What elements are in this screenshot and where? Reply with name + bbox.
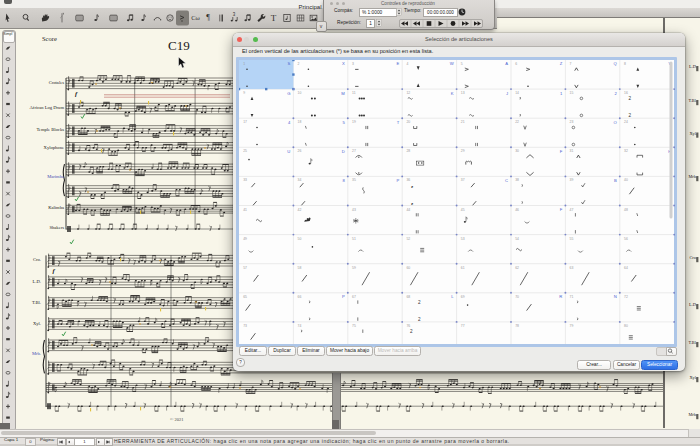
svg-text:62: 62 [515,266,519,270]
svg-text:R: R [559,294,562,299]
svg-text:60: 60 [406,266,410,270]
svg-text:70: 70 [515,295,519,299]
svg-text:54: 54 [515,237,519,241]
svg-text:11: 11 [352,91,356,95]
svg-text:M: M [341,91,345,96]
svg-text:37: 37 [461,178,465,182]
svg-text:42: 42 [297,208,301,212]
svg-text:33: 33 [243,178,247,182]
svg-text:2: 2 [628,96,631,101]
svg-text:76: 76 [406,324,410,328]
svg-text:N: N [614,294,617,299]
svg-text:J: J [506,91,508,96]
svg-text:L: L [451,294,454,299]
svg-text:36: 36 [406,178,410,182]
svg-text:29: 29 [461,149,465,153]
svg-text:P: P [396,178,399,183]
svg-text:64: 64 [624,266,628,270]
svg-text:52: 52 [406,237,410,241]
svg-text:10: 10 [297,91,301,95]
svg-text:T: T [271,13,277,23]
svg-text:Z: Z [560,61,563,66]
svg-text:61: 61 [461,266,465,270]
svg-text:z: z [411,201,414,206]
svg-text:D: D [342,149,345,154]
svg-text:17: 17 [243,120,247,124]
svg-text:7: 7 [569,62,571,66]
svg-text:41: 41 [243,208,247,212]
svg-text:31: 31 [569,149,573,153]
svg-text:46: 46 [515,208,519,212]
svg-text:2: 2 [297,62,299,66]
svg-text:78: 78 [515,324,519,328]
svg-text:23: 23 [569,120,573,124]
svg-text:55: 55 [569,237,573,241]
svg-text:C: C [505,178,508,183]
svg-text:65: 65 [243,295,247,299]
svg-text:44: 44 [406,208,410,212]
svg-text:22: 22 [515,120,519,124]
svg-text:63: 63 [569,266,573,270]
svg-text:13: 13 [461,91,465,95]
svg-text:5: 5 [342,120,345,125]
svg-text:25: 25 [243,149,247,153]
svg-text:30: 30 [515,149,519,153]
svg-text:68: 68 [406,295,410,299]
svg-text:27: 27 [352,149,356,153]
svg-text:49: 49 [243,237,247,241]
svg-text:14: 14 [515,91,519,95]
svg-text:40: 40 [624,178,628,182]
svg-text:51: 51 [352,237,356,241]
svg-text:34: 34 [297,178,301,182]
svg-text:1: 1 [243,62,245,66]
svg-text:59: 59 [352,266,356,270]
svg-text:32: 32 [624,149,628,153]
svg-text:2: 2 [410,329,413,334]
svg-text:67: 67 [352,295,356,299]
svg-text:T: T [396,120,399,125]
svg-text:2: 2 [418,317,421,322]
svg-text:O: O [613,120,617,125]
svg-text:9: 9 [243,91,245,95]
svg-text:80: 80 [624,324,628,328]
svg-text:K: K [451,91,454,96]
svg-text:B: B [614,178,617,183]
svg-text:50: 50 [297,237,301,241]
svg-text:2: 2 [628,113,631,118]
svg-text:16: 16 [624,91,628,95]
svg-text:66: 66 [297,295,301,299]
svg-text:74: 74 [297,324,301,328]
svg-text:79: 79 [569,324,573,328]
svg-text:P: P [342,294,345,299]
svg-text:58: 58 [297,266,301,270]
svg-text:73: 73 [243,324,247,328]
svg-text:53: 53 [461,237,465,241]
svg-text:56: 56 [624,237,628,241]
svg-text:24: 24 [624,120,628,124]
svg-text:26: 26 [297,149,301,153]
svg-text:72: 72 [624,295,628,299]
svg-text:18: 18 [297,120,301,124]
svg-text:3: 3 [233,12,236,17]
svg-text:28: 28 [406,149,410,153]
svg-text:71: 71 [569,295,573,299]
svg-text:39: 39 [569,178,573,182]
svg-text:15: 15 [569,91,573,95]
svg-text:Q: Q [613,61,617,66]
svg-text:¶: ¶ [206,13,210,22]
svg-text:W: W [449,61,453,66]
svg-text:21: 21 [461,120,465,124]
svg-text:45: 45 [461,208,465,212]
svg-text:1: 1 [560,91,563,96]
svg-text:F: F [560,207,563,212]
svg-text:2: 2 [614,91,617,96]
svg-text:G: G [287,91,290,96]
svg-text:35: 35 [352,178,356,182]
svg-text:8: 8 [342,178,345,183]
svg-text:z: z [411,184,414,189]
svg-text:X: X [342,61,345,66]
svg-text:6: 6 [515,62,517,66]
svg-text:47: 47 [569,208,573,212]
svg-text:75: 75 [352,324,356,328]
svg-text:4: 4 [288,120,291,125]
